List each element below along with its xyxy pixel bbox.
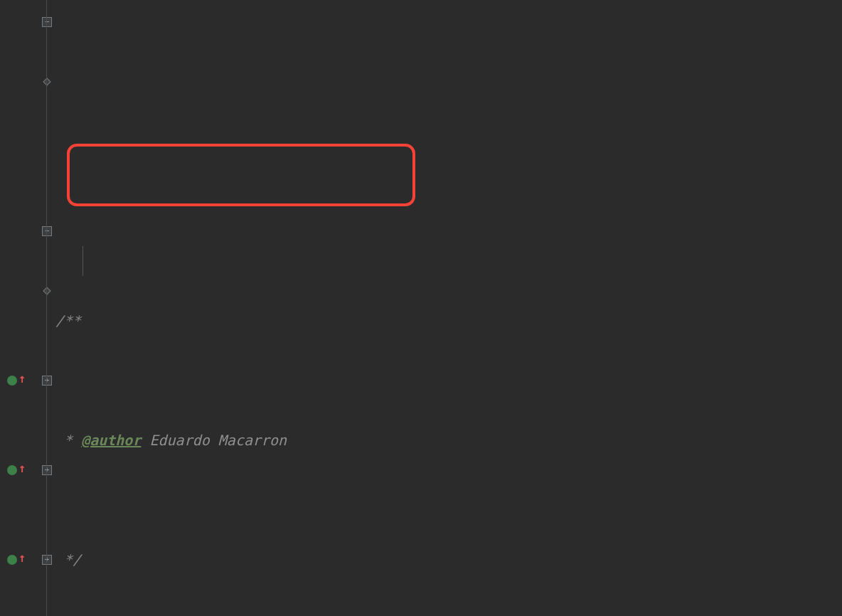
code-line[interactable]: * @author Eduardo Macarron: [55, 425, 842, 455]
fold-end-javadoc[interactable]: [43, 78, 50, 85]
gutter: ↑ ↑ ↑: [0, 0, 55, 616]
fold-toggle-ctor[interactable]: [42, 226, 52, 236]
code-line[interactable]: */: [55, 545, 842, 575]
fold-toggle-error[interactable]: [42, 555, 52, 565]
fold-end-ctor[interactable]: [43, 287, 50, 294]
indent-guide: [82, 246, 83, 276]
fold-toggle-javadoc[interactable]: [42, 17, 52, 27]
fold-toggle-isDebug[interactable]: [42, 376, 52, 386]
code-editor: ↑ ↑ ↑ /**: [0, 0, 842, 616]
implements-upstream-icon[interactable]: ↑: [18, 543, 26, 573]
override-gutter-icon[interactable]: [7, 376, 17, 386]
implements-upstream-icon[interactable]: ↑: [18, 363, 26, 393]
override-gutter-icon[interactable]: [7, 465, 17, 475]
implements-upstream-icon[interactable]: ↑: [18, 453, 26, 483]
marker-rectangle: [67, 144, 415, 206]
override-gutter-icon[interactable]: [7, 555, 17, 565]
code-area[interactable]: /** * @author Eduardo Macarron */ class …: [55, 0, 842, 616]
fold-toggle-isTrace[interactable]: [42, 465, 52, 475]
code-line[interactable]: /**: [55, 306, 842, 336]
